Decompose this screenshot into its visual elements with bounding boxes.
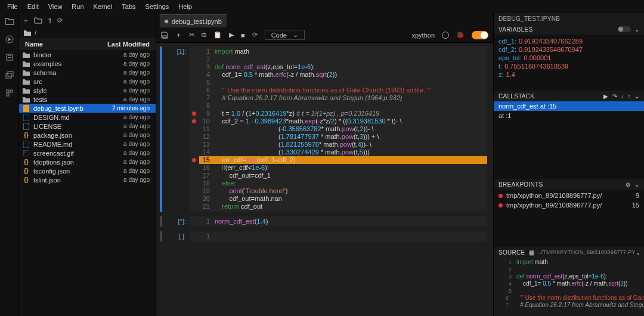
code-cell[interactable]: [ ]:1 [160,231,493,241]
kernel-status-icon [442,32,449,39]
chevron-down-icon[interactable]: ⌄ [634,26,639,33]
col-modified[interactable]: Last Modified [107,41,150,48]
debugger-toggle[interactable] [472,31,488,39]
paste-icon[interactable]: 📋 [213,31,222,39]
file-date: a day ago [123,159,150,165]
copy-icon[interactable]: ⧉ [202,31,206,39]
svg-rect-9 [23,105,29,112]
step-over-icon[interactable]: ↷ [612,93,617,100]
breadcrumb-path[interactable]: / [35,29,36,36]
file-name: LICENSE [33,123,61,130]
code-editor[interactable]: 1import math23def norm_cdf_est(z,eps_tol… [190,47,487,212]
stop-icon[interactable]: ■ [241,32,245,39]
folder-icon [23,78,30,85]
file-row[interactable]: testsa day ago [19,95,156,104]
upload-icon[interactable]: ⇧ [47,17,52,24]
continue-icon[interactable]: ▶ [603,93,608,100]
variable-row[interactable]: eps_tol: 0.000001 [499,54,639,62]
save-icon[interactable] [161,32,168,39]
col-name[interactable]: Name [25,41,43,48]
file-date: a day ago [123,51,150,58]
chevron-down-icon[interactable]: ⌄ [634,93,639,100]
file-row[interactable]: stylea day ago [19,86,156,95]
tabs-icon[interactable] [5,70,14,80]
file-icon [23,123,30,130]
tab-debug-test[interactable]: debug_test.ipynb [160,14,227,27]
debug-icon[interactable]: 🐞 [456,31,465,39]
variable-row[interactable]: z: 1.4 [499,70,639,79]
notebook-toolbar: ＋ ✂ ⧉ 📋 ▶ ■ ⟳ Code⌄ xpython 🐞 [156,27,493,43]
debugger-panel: DEBUG_TEST.IPYNB VARIABLES ⌄ cdf_1: 0.91… [494,13,644,316]
json-icon: {} [23,168,30,175]
file-row[interactable]: LICENSEa day ago [19,122,156,131]
refresh-icon[interactable]: ⟳ [57,17,63,24]
step-out-icon[interactable]: ↑ [627,93,630,100]
new-folder-icon[interactable] [34,17,42,24]
file-name: screencast.gif [33,150,74,157]
chevron-down-icon[interactable]: ⌄ [634,181,639,188]
file-row[interactable]: debug_test.ipynb2 minutes ago [19,104,156,113]
step-in-icon[interactable]: ↓ [621,93,624,100]
file-name: tsconfig.json [33,168,70,175]
menu-run[interactable]: Run [67,3,88,10]
palette-icon[interactable] [5,52,14,62]
callstack-frame[interactable]: at :1 [494,111,644,120]
file-row[interactable]: screencast.gifa day ago [19,148,156,157]
folder-icon [24,30,31,36]
breakpoint-row[interactable]: tmp/xpython_89/2108896777.py/15 [494,200,644,210]
file-row[interactable]: {}package.jsona day ago [19,131,156,140]
menu-file[interactable]: File [2,3,23,10]
menu-kernel[interactable]: Kernel [89,3,117,10]
breakpoint-row[interactable]: tmp/xpython_89/2108896777.py/9 [494,191,644,200]
svg-point-13 [24,151,26,153]
file-row[interactable]: schemaa day ago [19,68,156,77]
callstack-header[interactable]: CALLSTACK ▶ ↷ ↓ ↑ ⌄ [494,91,644,101]
kernel-name[interactable]: xpython [411,32,435,39]
add-cell-icon[interactable]: ＋ [175,30,182,39]
callstack-frame[interactable]: norm_cdf_est at :15 [494,101,644,111]
cell-type-select[interactable]: Code⌄ [265,30,305,40]
menu-view[interactable]: View [44,3,67,10]
menu-help[interactable]: Help [174,3,197,10]
code-editor[interactable]: 1norm_cdf_est(1.4) [190,216,487,227]
folder-icon[interactable] [5,17,14,26]
file-date: a day ago [123,96,150,103]
variables-header[interactable]: VARIABLES ⌄ [494,24,644,35]
breakpoint-dot-icon [499,194,503,198]
code-editor[interactable]: 1 [190,231,487,241]
variable-row[interactable]: cdf_1: 0.9192433407662289 [499,37,639,45]
chevron-down-icon[interactable]: ⌄ [636,249,640,256]
variable-row[interactable]: t: 0.7551168743610539 [499,62,639,70]
menu-tabs[interactable]: Tabs [117,3,140,10]
clear-breakpoints-icon[interactable]: ⊘ [626,181,630,188]
menu-settings[interactable]: Settings [141,3,174,10]
run-icon[interactable] [5,35,14,44]
file-row[interactable]: srca day ago [19,77,156,86]
variable-row[interactable]: cdf_2: 0.9192433548670947 [499,45,639,54]
code-cell[interactable]: [*]:1norm_cdf_est(1.4) [160,216,493,227]
file-row[interactable]: {}tsconfig.jsona day ago [19,166,156,175]
restart-icon[interactable]: ⟳ [252,31,258,39]
cut-icon[interactable]: ✂ [189,31,194,39]
source-header[interactable]: SOURCE ▦ ../tmp/xpython_89/2108896777.py… [494,247,644,258]
file-row[interactable]: examplesa day ago [19,59,156,68]
run-cell-icon[interactable]: ▶ [229,31,234,39]
new-launcher-icon[interactable]: ＋ [23,16,29,25]
vars-view-toggle[interactable] [618,26,631,32]
code-cell[interactable]: [1]:1import math23def norm_cdf_est(z,eps… [160,47,493,212]
open-source-icon[interactable]: ▦ [529,249,534,256]
file-row[interactable]: bindera day ago [19,50,156,59]
file-name: package.json [33,132,72,139]
breakpoints-header[interactable]: BREAKPOINTS ⊘ ⌄ [494,179,644,190]
file-row[interactable]: DESIGN.mda day ago [19,113,156,122]
file-row[interactable]: {}tslint.jsona day ago [19,175,156,184]
extensions-icon[interactable] [5,88,14,98]
svg-rect-6 [7,90,9,92]
file-date: a day ago [123,132,150,138]
file-row[interactable]: {}tdoptions.jsona day ago [19,157,156,166]
menu-edit[interactable]: Edit [23,3,44,10]
svg-rect-2 [8,55,11,56]
file-row[interactable]: README.mda day ago [19,140,156,148]
file-name: tslint.json [33,176,61,184]
breakpoint-dot-icon [499,203,503,207]
